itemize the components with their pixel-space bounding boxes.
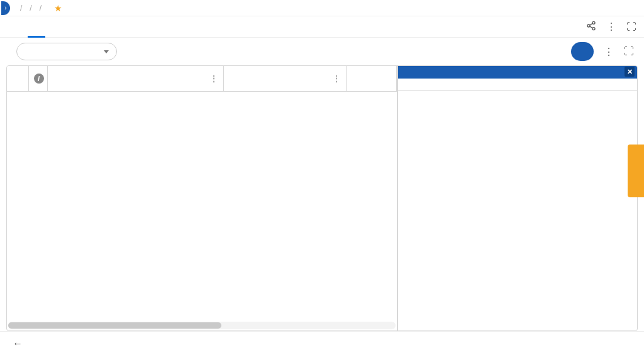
col-id-menu-icon[interactable]: ⋮ [209, 74, 218, 84]
tab-bar: ⋮ ⛶ [0, 16, 644, 38]
tab-comments[interactable] [45, 16, 63, 38]
tab-activity[interactable] [63, 16, 80, 38]
col-info-header [28, 66, 47, 91]
svg-line-4 [590, 26, 593, 28]
return-bar: ← [0, 331, 644, 355]
work-area: ⋮ ⋮ ✕ [6, 65, 638, 331]
share-icon[interactable] [586, 21, 596, 33]
tab-details[interactable] [10, 16, 28, 38]
gantt-day-scale [398, 79, 638, 91]
col-name-menu-icon[interactable]: ⋮ [332, 74, 341, 84]
tab-more[interactable] [80, 16, 98, 38]
grid-expand-icon[interactable]: ⛶ [624, 46, 634, 57]
checkout-button[interactable] [571, 42, 594, 61]
svg-line-3 [590, 23, 593, 25]
gantt-chart: ✕ [398, 66, 638, 330]
grid-kebab-icon[interactable]: ⋮ [604, 46, 614, 58]
expand-icon[interactable]: ⛶ [626, 21, 636, 33]
gantt-close-icon[interactable]: ✕ [625, 67, 635, 77]
svg-point-1 [587, 25, 590, 27]
col-checkbox-header [7, 66, 28, 91]
feedback-tab[interactable] [628, 145, 644, 197]
gantt-month-header: ✕ [398, 66, 638, 79]
gantt-body[interactable] [398, 91, 638, 330]
crumb-sep: / [20, 4, 22, 13]
grid-horizontal-scrollbar[interactable] [8, 322, 396, 329]
grid-toolbar: ⋮ ⛶ [0, 38, 644, 65]
sidebar-toggle[interactable]: › [1, 1, 10, 15]
col-planned-start-header[interactable] [346, 66, 396, 91]
col-name-header[interactable]: ⋮ [223, 66, 346, 91]
crumb-sep: / [30, 4, 31, 13]
info-icon [34, 74, 44, 84]
svg-point-2 [592, 27, 595, 30]
col-id-header[interactable]: ⋮ [47, 66, 223, 91]
back-arrow-icon[interactable]: ← [13, 338, 23, 349]
breadcrumb-bar: › / / / ★ [0, 0, 644, 16]
svg-point-0 [592, 21, 595, 24]
task-filter-select[interactable] [16, 43, 117, 60]
tab-tasks[interactable] [28, 16, 45, 38]
star-icon[interactable]: ★ [54, 3, 62, 13]
task-grid: ⋮ ⋮ [7, 66, 398, 330]
kebab-icon[interactable]: ⋮ [606, 21, 616, 33]
crumb-sep: / [40, 4, 42, 13]
